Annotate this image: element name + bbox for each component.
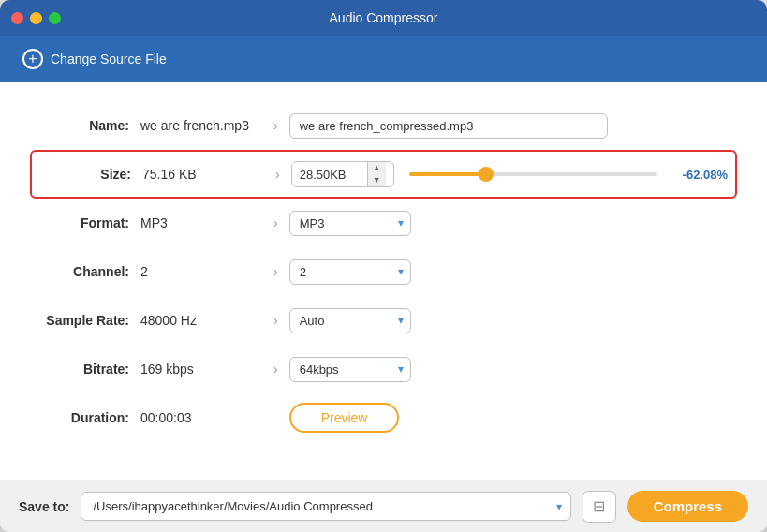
toolbar: + Change Source File (0, 36, 767, 82)
name-control (289, 113, 730, 139)
bitrate-arrow: › (273, 362, 278, 377)
format-row: Format: MP3 › MP3 AAC WAV FLAC ▾ (37, 199, 730, 247)
channel-dropdown[interactable]: 1 2 (289, 259, 411, 285)
size-spinbox-input[interactable] (292, 163, 367, 186)
sample-rate-value: 48000 Hz (140, 313, 262, 328)
folder-icon: ⊟ (593, 497, 605, 515)
compress-button[interactable]: Compress (627, 491, 748, 522)
spinbox-up-button[interactable]: ▲ (368, 162, 386, 174)
save-path-wrapper: /Users/ihappyacethinker/Movies/Audio Com… (81, 492, 570, 521)
format-dropdown-wrapper: MP3 AAC WAV FLAC ▾ (289, 211, 411, 236)
channel-value: 2 (140, 264, 262, 279)
format-control: MP3 AAC WAV FLAC ▾ (289, 211, 730, 236)
sample-rate-label: Sample Rate: (37, 313, 140, 328)
size-slider-percent: -62.08% (667, 168, 728, 182)
minimize-button[interactable] (30, 12, 42, 24)
main-content: Name: we are french.mp3 › Size: 75.16 KB… (0, 82, 767, 480)
sample-rate-row: Sample Rate: 48000 Hz › Auto 44100 Hz 48… (37, 296, 730, 345)
channel-arrow: › (273, 264, 278, 279)
save-to-label: Save to: (19, 499, 69, 514)
duration-label: Duration: (37, 410, 140, 425)
channel-row: Channel: 2 › 1 2 ▾ (37, 247, 730, 296)
size-arrow: › (275, 167, 280, 182)
size-row: Size: 75.16 KB › ▲ ▼ -62.08% (30, 150, 737, 199)
size-slider[interactable] (409, 172, 657, 176)
channel-dropdown-wrapper: 1 2 ▾ (289, 259, 411, 285)
bitrate-dropdown-wrapper: 64kbps 128kbps 192kbps 256kbps 320kbps ▾ (289, 357, 411, 382)
sample-rate-control: Auto 44100 Hz 48000 Hz 22050 Hz ▾ (289, 308, 730, 333)
sample-rate-arrow: › (273, 313, 278, 328)
name-value: we are french.mp3 (140, 118, 262, 133)
size-slider-container: -62.08% (409, 168, 728, 182)
bitrate-label: Bitrate: (37, 362, 140, 377)
format-value: MP3 (140, 215, 262, 230)
bitrate-control: 64kbps 128kbps 192kbps 256kbps 320kbps ▾ (289, 357, 730, 382)
format-dropdown[interactable]: MP3 AAC WAV FLAC (289, 211, 411, 236)
duration-value: 00:00:03 (140, 410, 262, 425)
plus-circle-icon: + (22, 49, 43, 69)
size-control: ▲ ▼ -62.08% (291, 161, 728, 187)
bitrate-value: 169 kbps (140, 362, 262, 377)
change-source-label: Change Source File (51, 52, 167, 66)
duration-control: Preview (289, 403, 730, 433)
format-arrow: › (273, 215, 278, 230)
traffic-lights (11, 12, 61, 24)
duration-row: Duration: 00:00:03 › Preview (37, 393, 730, 442)
name-arrow: › (273, 118, 278, 133)
sample-rate-dropdown[interactable]: Auto 44100 Hz 48000 Hz 22050 Hz (289, 308, 411, 333)
close-button[interactable] (11, 12, 23, 24)
size-value: 75.16 KB (142, 167, 264, 182)
window-title: Audio Compressor (330, 10, 438, 25)
channel-control: 1 2 ▾ (289, 259, 730, 285)
channel-label: Channel: (37, 264, 140, 279)
spinbox-arrows: ▲ ▼ (367, 162, 386, 186)
bitrate-dropdown[interactable]: 64kbps 128kbps 192kbps 256kbps 320kbps (289, 357, 411, 382)
browse-folder-button[interactable]: ⊟ (583, 491, 616, 523)
app-window: Audio Compressor + Change Source File Na… (0, 0, 767, 532)
maximize-button[interactable] (49, 12, 61, 24)
spinbox-down-button[interactable]: ▼ (368, 174, 386, 186)
name-output-input[interactable] (289, 113, 608, 139)
format-label: Format: (37, 215, 140, 230)
name-label: Name: (37, 118, 140, 133)
change-source-button[interactable]: + Change Source File (15, 45, 174, 73)
save-path-select[interactable]: /Users/ihappyacethinker/Movies/Audio Com… (81, 492, 570, 521)
size-spinbox: ▲ ▼ (291, 161, 394, 187)
bitrate-row: Bitrate: 169 kbps › 64kbps 128kbps 192kb… (37, 345, 730, 393)
title-bar: Audio Compressor (0, 0, 767, 36)
name-row: Name: we are french.mp3 › (37, 101, 730, 150)
sample-rate-dropdown-wrapper: Auto 44100 Hz 48000 Hz 22050 Hz ▾ (289, 308, 411, 333)
size-label: Size: (39, 167, 142, 182)
preview-button[interactable]: Preview (289, 403, 400, 433)
bottom-bar: Save to: /Users/ihappyacethinker/Movies/… (0, 480, 767, 532)
